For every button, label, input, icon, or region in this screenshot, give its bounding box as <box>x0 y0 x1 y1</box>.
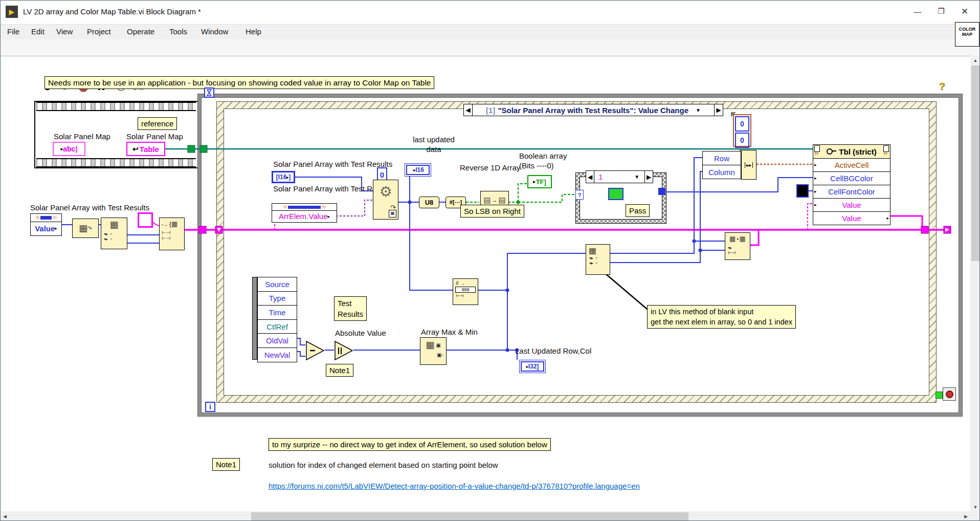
scroll-down-arrow[interactable]: ▼ <box>970 503 980 511</box>
property-value-in[interactable]: ▸Value <box>813 199 890 212</box>
to-u8-node[interactable]: U8 <box>419 197 439 208</box>
property-activecell[interactable]: ▸ActiveCell <box>813 159 890 172</box>
forum-link[interactable]: https://forums.ni.com/t5/LabVIEW/Detect-… <box>269 482 640 490</box>
value-in-wire[interactable] <box>808 204 813 230</box>
timeout-terminal[interactable] <box>204 88 214 98</box>
case-selector-tunnel[interactable]: ? <box>575 190 584 200</box>
event-field-type[interactable]: Type <box>258 292 297 306</box>
case-output-tunnel[interactable] <box>658 188 665 195</box>
vertical-scrollbar[interactable]: ▲ ▼ <box>970 56 980 511</box>
quotient-node[interactable]: # → 999 ⊢⊣ <box>453 278 478 305</box>
note1-b[interactable]: Note1 <box>212 458 240 471</box>
event-index: [1] <box>486 106 495 115</box>
last-updated-rowcol-label[interactable]: Last Updated Row,Col <box>515 346 591 356</box>
i32-indicator[interactable]: ▸I32] <box>519 360 546 373</box>
labview-block-diagram-window: ▶ LV 2D array and Color Map Table.vi Blo… <box>0 0 980 521</box>
event-field-source[interactable]: Source <box>258 277 297 292</box>
row-element[interactable]: Row <box>702 151 741 165</box>
black-color-box-constant[interactable] <box>796 184 809 198</box>
event-selector-label[interactable]: [1] "Solar Panel Array with Test Results… <box>472 104 715 116</box>
tunnel-array-3[interactable] <box>921 226 928 233</box>
solution-text[interactable]: solution for index of changed element ba… <box>269 460 498 470</box>
arrelem-property-node[interactable]: ?!?! ArrElem.Value▸ <box>272 203 337 223</box>
array-max-min-node[interactable]: ▦▣ ▣▫ <box>420 337 447 365</box>
case-next-arrow[interactable]: ▶ <box>644 170 653 183</box>
gear-node[interactable]: ⚙ ↷ ▦ <box>373 180 398 220</box>
array-zero-1[interactable]: 0 <box>735 133 749 148</box>
array-type-icon: ?!?! <box>31 214 61 222</box>
test-results-note[interactable]: TestResults <box>334 296 367 321</box>
surprise-note[interactable]: to my surprize -- no direct way to get i… <box>269 438 551 451</box>
so-lsb-note[interactable]: So LSB on Right <box>460 205 524 218</box>
event-next-arrow[interactable]: ▶ <box>714 104 723 116</box>
case-dropdown-icon[interactable]: ▼ <box>634 174 639 180</box>
build-array-node-left[interactable]: ▫→ {▦ ⊢⊣ ⊢⊣ <box>159 218 185 250</box>
scroll-right-arrow[interactable]: ▶ <box>962 511 970 521</box>
column-element[interactable]: Column <box>702 165 741 179</box>
array-max-min-label[interactable]: Array Max & Min <box>421 327 478 337</box>
loop-condition-tunnel[interactable] <box>936 392 943 399</box>
value-property-node[interactable]: ?!?! Value▸ <box>30 213 62 236</box>
absolute-value-node[interactable] <box>335 341 352 360</box>
tbl-property-node-rows: ▸ActiveCell ▸CellBGColor ▸CellFontColor … <box>813 159 890 225</box>
array-label-1[interactable]: Solar Panel Array with Test Results <box>273 159 392 169</box>
scrollbar-corner <box>970 511 980 521</box>
scroll-left-arrow[interactable]: ◀ <box>1 511 9 521</box>
i16-array-constant[interactable]: [I16▸] <box>272 171 295 183</box>
string-constant-terminal[interactable]: ▸abc] <box>53 142 85 156</box>
arrelem-type-icon: ?!?! <box>272 204 337 211</box>
true-constant[interactable] <box>608 188 623 200</box>
event-field-ctlref[interactable]: CtlRef <box>258 320 297 334</box>
annotation-arrow-line <box>602 271 650 312</box>
i16-indicator[interactable]: ▸I16 <box>405 163 431 177</box>
reference-note[interactable]: reference <box>138 117 177 130</box>
value-out-wire[interactable] <box>890 216 922 226</box>
pass-note[interactable]: Pass <box>626 204 650 217</box>
property-cellbgcolor[interactable]: ▸CellBGColor <box>813 172 890 185</box>
solar-panel-map-label-right[interactable]: Solar Panel Map <box>126 132 183 141</box>
event-field-time[interactable]: Time <box>258 306 297 320</box>
case-prev-arrow[interactable]: ◀ <box>586 170 594 183</box>
loop-condition-terminal[interactable] <box>943 387 956 401</box>
event-field-oldval[interactable]: OldVal <box>258 334 297 348</box>
horizontal-scroll-thumb[interactable] <box>251 512 688 520</box>
last-updated-label[interactable]: last updateddata <box>408 135 459 154</box>
property-value-out[interactable]: Value▸ <box>813 212 890 225</box>
matrix-size-node[interactable]: ▦ ▪▸ ▫ ▪▸ ▫ <box>101 218 127 249</box>
case-selector-label[interactable]: 1 ▼ <box>594 170 645 183</box>
replace-subset-node[interactable]: ▦▪▦ ▪▸ ⊢⊣ <box>725 232 750 260</box>
bundle-icon: ▸▸ <box>745 162 753 168</box>
arrelem-text: ArrElem.Value <box>279 212 328 221</box>
table-refnum-text: Table <box>140 145 159 154</box>
horizontal-scrollbar[interactable]: ◀ ▶ <box>1 511 970 521</box>
index-array-node[interactable]: ▦ ▪▸ ▫ ▪▸ ▫ <box>586 244 610 275</box>
solar-array-label-left[interactable]: Solar Panel Array with Test Results <box>30 203 149 212</box>
event-data-node[interactable]: Source Type Time CtlRef OldVal NewVal <box>257 277 297 362</box>
event-field-newval[interactable]: NewVal <box>258 348 297 362</box>
absolute-value-label[interactable]: Absolute Value <box>335 328 386 338</box>
iteration-terminal[interactable]: i <box>205 402 215 412</box>
boolean-array-label[interactable]: Boolean array(Bits ----0) <box>519 151 567 170</box>
array-zero-0[interactable]: 0 <box>735 116 749 132</box>
build-node-out-wire[interactable] <box>750 231 759 245</box>
arrelem-value-wire[interactable] <box>336 200 373 216</box>
tunnel-refnum-2[interactable] <box>200 145 207 153</box>
array-subset-node[interactable]: ▦↷ <box>72 219 99 238</box>
event-prev-arrow[interactable]: ◀ <box>463 104 473 116</box>
tf-array-indicator[interactable]: ▸TF] <box>527 175 552 188</box>
bundle-node[interactable]: ▸▸ <box>741 150 756 180</box>
unwired-cluster-frame[interactable] <box>138 212 153 228</box>
vertical-scroll-thumb[interactable] <box>971 66 979 261</box>
note1-a[interactable]: Note1 <box>326 364 353 377</box>
reverse-array-label[interactable]: Reverse 1D Array <box>460 163 520 172</box>
tunnel-refnum-1[interactable] <box>188 145 195 153</box>
property-cellfontcolor[interactable]: ▸CellFontColor <box>813 185 890 199</box>
event-dropdown-icon[interactable]: ▼ <box>696 107 701 113</box>
scroll-up-arrow[interactable]: ▲ <box>970 56 980 64</box>
in-lv-comment-note[interactable]: in LV this method of blank inputget the … <box>647 305 796 329</box>
table-refnum-terminal[interactable]: ↩Table <box>126 142 165 156</box>
tunnel-array-1[interactable] <box>199 226 206 233</box>
rowcol-array-constant[interactable]: 0 0 <box>733 114 751 147</box>
tbl-property-node-header[interactable]: ?! Tbl (strict) ?! <box>813 144 890 159</box>
solar-panel-map-label-left[interactable]: Solar Panel Map <box>54 132 110 141</box>
